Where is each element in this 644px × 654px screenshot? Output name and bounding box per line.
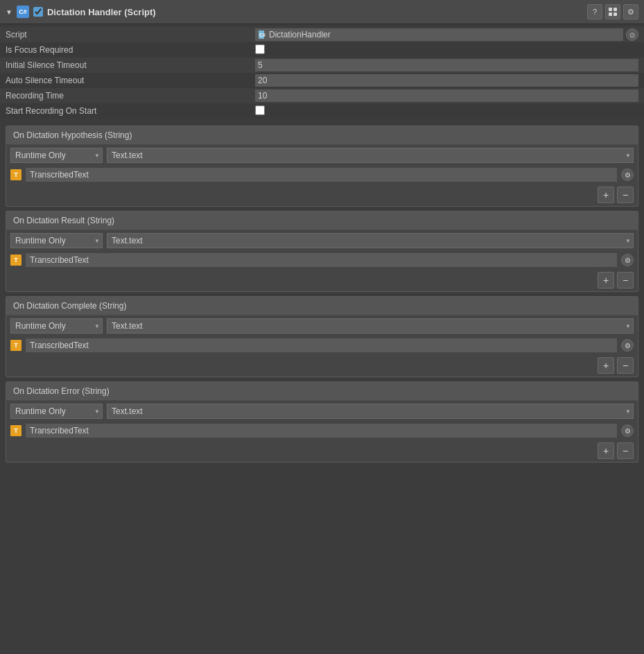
auto-silence-timeout-label: Auto Silence Timeout bbox=[6, 76, 255, 85]
object-icon-error: T bbox=[10, 425, 21, 436]
event-header-error: On Dictation Error (String) bbox=[6, 382, 638, 401]
is-focus-required-value bbox=[255, 44, 638, 56]
svg-rect-1 bbox=[613, 8, 617, 11]
event-section-result: On Dictation Result (String) Runtime Onl… bbox=[6, 211, 638, 292]
remove-event-btn-error[interactable]: − bbox=[617, 442, 634, 459]
is-focus-required-row: Is Focus Required bbox=[0, 42, 644, 58]
runtime-select-result[interactable]: Runtime Only Editor And Runtime Off bbox=[10, 233, 103, 248]
target-select-wrapper-error: Text.text bbox=[107, 404, 634, 419]
header-buttons: ? ⚙ bbox=[587, 4, 638, 19]
target-select-error[interactable]: Text.text bbox=[107, 404, 634, 419]
object-icon-result: T bbox=[10, 255, 21, 266]
object-icon-hypothesis: T bbox=[10, 169, 21, 180]
object-settings-btn-error[interactable]: ⚙ bbox=[621, 424, 634, 437]
event-object-row-complete: T TranscribedText ⚙ bbox=[6, 336, 638, 354]
initial-silence-timeout-label: Initial Silence Timeout bbox=[6, 60, 255, 70]
is-focus-required-label: Is Focus Required bbox=[6, 45, 255, 55]
remove-event-btn-complete[interactable]: − bbox=[617, 357, 634, 374]
event-controls-complete: Runtime Only Editor And Runtime Off Text… bbox=[6, 316, 638, 336]
remove-event-btn-result[interactable]: − bbox=[617, 272, 634, 289]
runtime-select-complete[interactable]: Runtime Only Editor And Runtime Off bbox=[10, 318, 103, 334]
start-recording-value bbox=[255, 105, 638, 117]
add-event-btn-result[interactable]: + bbox=[598, 272, 614, 289]
events-container: On Dictation Hypothesis (String) Runtime… bbox=[0, 126, 644, 463]
start-recording-checkbox[interactable] bbox=[255, 105, 265, 115]
event-footer-error: + − bbox=[6, 440, 638, 462]
properties-grid: Script C# DictationHandler ⊙ Is Focus Re… bbox=[0, 24, 644, 121]
target-select-hypothesis[interactable]: Text.text bbox=[107, 148, 634, 163]
runtime-select-wrapper-hypothesis: Runtime Only Editor And Runtime Off bbox=[10, 148, 103, 163]
event-footer-hypothesis: + − bbox=[6, 184, 638, 206]
dictation-handler-panel: ▼ C# Dictation Handler (Script) ? ⚙ Scri… bbox=[0, 0, 644, 463]
object-name-hypothesis[interactable]: TranscribedText bbox=[26, 168, 617, 182]
script-label: Script bbox=[6, 30, 255, 40]
add-event-btn-hypothesis[interactable]: + bbox=[598, 187, 614, 203]
add-event-btn-error[interactable]: + bbox=[598, 442, 614, 459]
target-select-complete[interactable]: Text.text bbox=[107, 318, 634, 334]
runtime-select-wrapper-error: Runtime Only Editor And Runtime Off bbox=[10, 404, 103, 419]
event-footer-result: + − bbox=[6, 269, 638, 291]
collapse-arrow[interactable]: ▼ bbox=[6, 8, 12, 16]
target-select-wrapper-hypothesis: Text.text bbox=[107, 148, 634, 163]
recording-time-label: Recording Time bbox=[6, 91, 255, 101]
runtime-select-wrapper-result: Runtime Only Editor And Runtime Off bbox=[10, 233, 103, 248]
target-select-result[interactable]: Text.text bbox=[107, 233, 634, 248]
script-value-display[interactable]: C# DictationHandler bbox=[255, 28, 623, 41]
object-settings-btn-hypothesis[interactable]: ⚙ bbox=[621, 169, 634, 181]
target-select-wrapper-complete: Text.text bbox=[107, 318, 634, 334]
recording-time-value bbox=[255, 89, 638, 102]
object-settings-btn-complete[interactable]: ⚙ bbox=[621, 339, 634, 352]
svg-rect-3 bbox=[613, 12, 617, 16]
event-controls-result: Runtime Only Editor And Runtime Off Text… bbox=[6, 230, 638, 251]
object-icon-complete: T bbox=[10, 340, 21, 351]
add-event-btn-complete[interactable]: + bbox=[598, 357, 614, 374]
event-footer-complete: + − bbox=[6, 354, 638, 377]
runtime-select-wrapper-complete: Runtime Only Editor And Runtime Off bbox=[10, 318, 103, 334]
event-object-row-hypothesis: T TranscribedText ⚙ bbox=[6, 166, 638, 184]
event-header-complete: On Dictation Complete (String) bbox=[6, 297, 638, 316]
event-section-complete: On Dictation Complete (String) Runtime O… bbox=[6, 296, 638, 377]
script-file-icon: C# bbox=[258, 31, 266, 39]
script-select-button[interactable]: ⊙ bbox=[626, 28, 638, 41]
settings-button[interactable]: ⚙ bbox=[623, 4, 638, 19]
event-object-row-result: T TranscribedText ⚙ bbox=[6, 251, 638, 269]
initial-silence-timeout-value bbox=[255, 59, 638, 71]
component-header: ▼ C# Dictation Handler (Script) ? ⚙ bbox=[0, 0, 644, 24]
recording-time-row: Recording Time bbox=[0, 88, 644, 103]
remove-event-btn-hypothesis[interactable]: − bbox=[617, 187, 634, 203]
script-type-icon: C# bbox=[17, 6, 29, 18]
recording-time-input[interactable] bbox=[255, 89, 638, 102]
enabled-checkbox[interactable] bbox=[33, 7, 43, 17]
event-controls-hypothesis: Runtime Only Editor And Runtime Off Text… bbox=[6, 145, 638, 166]
svg-rect-2 bbox=[609, 12, 612, 16]
event-header-hypothesis: On Dictation Hypothesis (String) bbox=[6, 126, 638, 145]
runtime-select-error[interactable]: Runtime Only Editor And Runtime Off bbox=[10, 404, 103, 419]
script-name: DictationHandler bbox=[269, 30, 331, 40]
auto-silence-timeout-row: Auto Silence Timeout bbox=[0, 73, 644, 88]
svg-text:C#: C# bbox=[259, 33, 266, 37]
start-recording-label: Start Recording On Start bbox=[6, 106, 255, 116]
auto-silence-timeout-value bbox=[255, 74, 638, 87]
object-name-complete[interactable]: TranscribedText bbox=[26, 338, 617, 352]
start-recording-row: Start Recording On Start bbox=[0, 103, 644, 119]
component-title: Dictation Handler (Script) bbox=[47, 7, 583, 17]
layout-button[interactable] bbox=[605, 4, 620, 19]
object-name-error[interactable]: TranscribedText bbox=[26, 424, 617, 438]
event-section-hypothesis: On Dictation Hypothesis (String) Runtime… bbox=[6, 126, 638, 207]
initial-silence-timeout-row: Initial Silence Timeout bbox=[0, 58, 644, 73]
script-property-row: Script C# DictationHandler ⊙ bbox=[0, 27, 644, 42]
target-select-wrapper-result: Text.text bbox=[107, 233, 634, 248]
object-settings-btn-result[interactable]: ⚙ bbox=[621, 254, 634, 266]
event-section-error: On Dictation Error (String) Runtime Only… bbox=[6, 381, 638, 463]
svg-rect-0 bbox=[609, 8, 612, 11]
is-focus-required-checkbox[interactable] bbox=[255, 44, 265, 54]
event-controls-error: Runtime Only Editor And Runtime Off Text… bbox=[6, 401, 638, 422]
runtime-select-hypothesis[interactable]: Runtime Only Editor And Runtime Off bbox=[10, 148, 103, 163]
object-name-result[interactable]: TranscribedText bbox=[26, 253, 617, 267]
event-header-result: On Dictation Result (String) bbox=[6, 212, 638, 230]
help-button[interactable]: ? bbox=[587, 4, 602, 19]
script-value-container: C# DictationHandler ⊙ bbox=[255, 28, 638, 41]
event-object-row-error: T TranscribedText ⚙ bbox=[6, 422, 638, 440]
initial-silence-timeout-input[interactable] bbox=[255, 59, 638, 71]
auto-silence-timeout-input[interactable] bbox=[255, 74, 638, 87]
